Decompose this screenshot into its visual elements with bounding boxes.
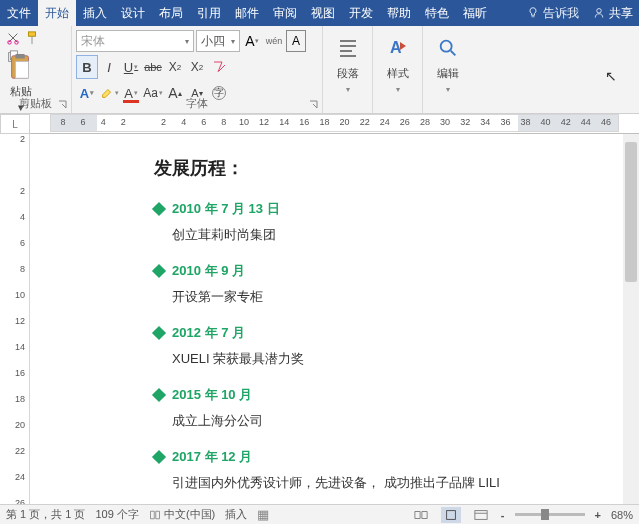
ruler-tick: 14 [276, 117, 292, 127]
tab-references[interactable]: 引用 [190, 0, 228, 26]
tab-selector[interactable]: L [0, 114, 30, 134]
web-layout-button[interactable] [471, 507, 491, 523]
ruler-tick: 40 [538, 117, 554, 127]
italic-button[interactable]: I [98, 55, 120, 79]
tab-insert[interactable]: 插入 [76, 0, 114, 26]
timeline-item: 2017 年 12 月引进国内外优秀设计师，先进设备， 成功推出子品牌 LILI [154, 448, 570, 492]
vertical-ruler[interactable]: 22468101214161820222426 [0, 134, 30, 504]
book-icon [149, 509, 161, 521]
ruler-tick: 22 [357, 117, 373, 127]
horizontal-ruler[interactable]: 8642246810121416182022242628303234363840… [30, 114, 639, 134]
tab-review[interactable]: 审阅 [266, 0, 304, 26]
zoom-handle[interactable] [541, 509, 549, 520]
ruler-tick: 12 [256, 117, 272, 127]
ruler-tick: 16 [296, 117, 312, 127]
timeline-date: 2010 年 9 月 [172, 262, 245, 280]
ruler-tick: 4 [0, 212, 25, 222]
clear-format-button[interactable] [208, 55, 230, 79]
ruler-tick: 10 [0, 290, 25, 300]
tab-view[interactable]: 视图 [304, 0, 342, 26]
ruler-tick [135, 117, 151, 127]
dialog-launcher-icon[interactable] [58, 100, 68, 110]
ruler-tick: 44 [578, 117, 594, 127]
underline-button[interactable]: U▾ [120, 55, 142, 79]
tab-help[interactable]: 帮助 [380, 0, 418, 26]
char-border-button[interactable]: A [286, 30, 306, 52]
chevron-down-icon[interactable]: ▾ [396, 85, 400, 94]
svg-rect-12 [475, 510, 487, 519]
svg-point-0 [597, 9, 602, 14]
format-painter-button[interactable] [23, 29, 41, 47]
tab-special[interactable]: 特色 [418, 0, 456, 26]
phonetic-guide-button[interactable]: wén [264, 30, 284, 52]
zoom-level[interactable]: 68% [611, 509, 633, 521]
subscript-button[interactable]: X2 [164, 55, 186, 79]
font-size-value: 小四 [201, 33, 225, 50]
group-paragraph[interactable]: 段落 ▾ [323, 26, 373, 113]
tab-design[interactable]: 设计 [114, 0, 152, 26]
chevron-down-icon[interactable]: ▾ [346, 85, 350, 94]
word-count[interactable]: 109 个字 [95, 507, 138, 522]
ruler-tick: 38 [518, 117, 534, 127]
diamond-bullet-icon [152, 388, 166, 402]
cut-button[interactable] [4, 29, 22, 47]
timeline-body: 开设第一家专柜 [172, 288, 570, 306]
lightbulb-icon [527, 7, 539, 19]
tell-me-search[interactable]: 告诉我 [519, 0, 587, 26]
tab-mailings[interactable]: 邮件 [228, 0, 266, 26]
macro-icon[interactable]: ▦ [257, 507, 269, 522]
bold-button[interactable]: B [76, 55, 98, 79]
share-label: 共享 [609, 5, 633, 22]
svg-point-10 [441, 41, 452, 52]
tab-file[interactable]: 文件 [0, 0, 38, 26]
grow-font-button[interactable]: A▾ [242, 30, 262, 52]
tab-foxit[interactable]: 福昕 [456, 0, 494, 26]
print-layout-button[interactable] [441, 507, 461, 523]
font-size-combo[interactable]: 小四▾ [196, 30, 240, 52]
timeline-body: 成立上海分公司 [172, 412, 570, 430]
zoom-slider[interactable] [515, 513, 585, 516]
insert-mode[interactable]: 插入 [225, 507, 247, 522]
timeline-date: 2017 年 12 月 [172, 448, 252, 466]
superscript-button[interactable]: X2 [186, 55, 208, 79]
editing-label: 编辑 [437, 66, 459, 81]
paragraph-icon [334, 34, 362, 62]
font-name-value: 宋体 [81, 33, 105, 50]
vertical-scrollbar[interactable] [623, 134, 639, 504]
status-bar: 第 1 页，共 1 页 109 个字 中文(中国) 插入 ▦ - + 68% [0, 504, 639, 524]
language-indicator[interactable]: 中文(中国) [149, 507, 215, 522]
zoom-out-button[interactable]: - [501, 509, 505, 521]
ruler-tick: 18 [316, 117, 332, 127]
diamond-bullet-icon [152, 264, 166, 278]
chevron-down-icon[interactable]: ▾ [231, 37, 235, 46]
ruler-tick: 18 [0, 394, 25, 404]
strike-button[interactable]: abc [142, 55, 164, 79]
page-indicator[interactable]: 第 1 页，共 1 页 [6, 507, 85, 522]
tab-layout[interactable]: 布局 [152, 0, 190, 26]
svg-rect-3 [29, 32, 36, 36]
ruler-tick: 20 [337, 117, 353, 127]
tell-me-label: 告诉我 [543, 5, 579, 22]
zoom-in-button[interactable]: + [595, 509, 601, 521]
timeline-body: 引进国内外优秀设计师，先进设备， 成功推出子品牌 LILI [172, 474, 570, 492]
group-clipboard: 粘贴 ▾ 剪贴板 [0, 26, 72, 113]
ruler-tick: 8 [216, 117, 232, 127]
group-styles[interactable]: A 样式 ▾ [373, 26, 423, 113]
chevron-down-icon[interactable]: ▾ [185, 37, 189, 46]
read-mode-button[interactable] [411, 507, 431, 523]
clipboard-icon [6, 52, 36, 82]
tab-developer[interactable]: 开发 [342, 0, 380, 26]
tab-home[interactable]: 开始 [38, 0, 76, 26]
chevron-down-icon[interactable]: ▾ [446, 85, 450, 94]
timeline-date: 2010 年 7 月 13 日 [172, 200, 280, 218]
scroll-thumb[interactable] [625, 142, 637, 282]
font-name-combo[interactable]: 宋体▾ [76, 30, 194, 52]
share-button[interactable]: 共享 [587, 0, 639, 26]
ruler-tick: 10 [236, 117, 252, 127]
timeline-item: 2012 年 7 月XUELI 荣获最具潜力奖 [154, 324, 570, 368]
find-icon [434, 34, 462, 62]
group-editing[interactable]: 编辑 ▾ [423, 26, 473, 113]
ribbon-tabs: 文件 开始 插入 设计 布局 引用 邮件 审阅 视图 开发 帮助 特色 福昕 告… [0, 0, 639, 26]
document-scroll[interactable]: 发展历程： 2010 年 7 月 13 日创立茸莉时尚集团2010 年 9 月开… [30, 134, 639, 504]
dialog-launcher-icon[interactable] [309, 100, 319, 110]
